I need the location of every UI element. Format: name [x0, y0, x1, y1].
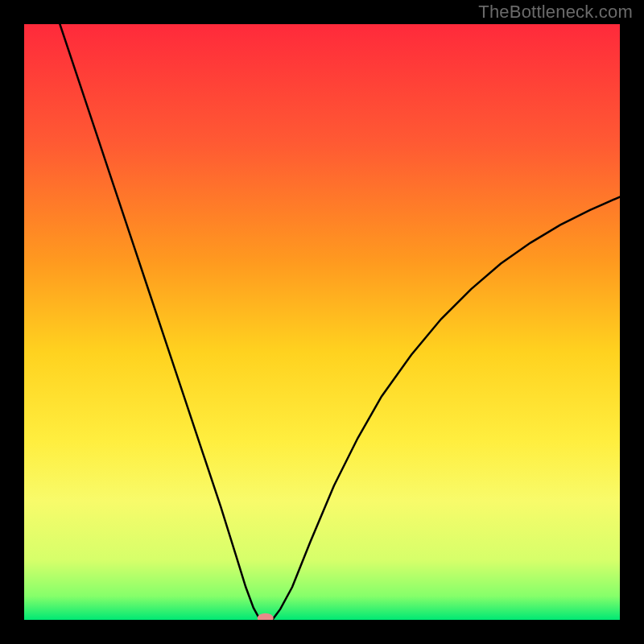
chart-svg	[24, 24, 620, 620]
chart-container: TheBottleneck.com	[0, 0, 644, 644]
plot-area	[24, 24, 620, 620]
gradient-background	[24, 24, 620, 620]
watermark-text: TheBottleneck.com	[478, 2, 633, 23]
